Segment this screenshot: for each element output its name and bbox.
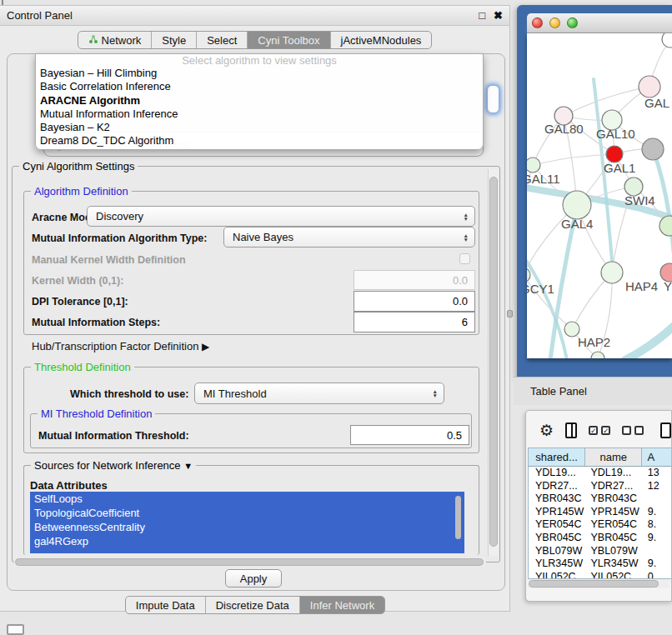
checked-box-icon: ✓ — [601, 426, 610, 435]
network-node-label: GAL11 — [527, 172, 560, 186]
tab-discretize-data[interactable]: Discretize Data — [206, 597, 300, 613]
network-node-gal1[interactable] — [606, 146, 623, 162]
network-edge-highlight — [625, 313, 672, 358]
mi-steps-field[interactable]: 6 — [354, 312, 475, 332]
tab-impute-data[interactable]: Impute Data — [126, 597, 206, 613]
deselect-all-icon[interactable] — [622, 426, 644, 435]
tab-jactivemnodules[interactable]: jActiveMNodules — [331, 32, 432, 48]
column-header-clipped[interactable]: A — [642, 448, 672, 466]
data-attributes-label: Data Attributes — [30, 479, 108, 492]
network-edge-highlight — [527, 250, 567, 358]
table-row[interactable]: YDR27...YDR27...12 — [529, 480, 672, 493]
network-node-gal4[interactable] — [563, 191, 591, 219]
settings-horizontal-scrollbar[interactable] — [14, 558, 486, 567]
unchecked-box-icon — [634, 426, 644, 435]
algorithm-option[interactable]: Basic Correlation Inference — [36, 80, 483, 93]
aracne-mode-value: Discovery — [96, 210, 143, 222]
table-row[interactable]: YIL052CYIL052C0. — [529, 571, 672, 579]
attribute-item[interactable]: BetweennessCentrality — [30, 520, 464, 534]
network-node-label: GAL10 — [596, 127, 635, 141]
table-cell: YBR043C — [585, 492, 642, 506]
kernel-width-field[interactable]: 0.0 — [354, 270, 475, 290]
top-tab-strip: NetworkStyleSelectCyni ToolboxjActiveMNo… — [0, 31, 509, 49]
document-icon[interactable] — [660, 422, 671, 438]
apply-button[interactable]: Apply — [225, 569, 282, 588]
mi-threshold-field[interactable]: 0.5 — [350, 425, 469, 445]
which-threshold-combo[interactable]: MI Threshold ▲▼ — [194, 382, 444, 404]
network-node[interactable] — [659, 216, 672, 236]
network-node-gal11[interactable] — [527, 158, 540, 172]
control-panel-title: Control Panel — [7, 9, 470, 22]
select-all-icon[interactable]: ✓ ✓ — [589, 426, 610, 435]
network-node-label: HAP2 — [578, 335, 610, 349]
data-attributes-list[interactable]: SelfLoopsTopologicalCoefficientBetweenne… — [30, 492, 464, 553]
table-row[interactable]: YPR145WYPR145W9. — [529, 506, 672, 519]
split-view-icon[interactable] — [565, 422, 577, 438]
table-hscroll-thumb[interactable] — [529, 580, 659, 588]
network-node-hap4[interactable] — [601, 262, 623, 283]
algorithm-option[interactable]: ARACNE Algorithm — [36, 94, 483, 108]
network-node[interactable] — [591, 352, 604, 358]
table-row[interactable]: YER054CYER054C8. — [529, 518, 672, 532]
unchecked-box-icon — [622, 426, 631, 435]
tab-infer-network[interactable]: Infer Network — [300, 597, 384, 613]
algorithm-option[interactable]: Bayesian – K2 — [36, 121, 483, 134]
tab-cyni-toolbox[interactable]: Cyni Toolbox — [248, 32, 330, 48]
minimize-window-icon[interactable] — [549, 18, 560, 28]
table-header-row: shared... name A — [529, 448, 672, 467]
network-node-label: SWI4 — [624, 193, 655, 208]
table-cell: YPR145W — [585, 506, 642, 519]
attributes-scrollbar-thumb[interactable] — [455, 496, 461, 539]
algorithm-option[interactable]: Mutual Information Inference — [36, 108, 483, 121]
mi-steps-label: Mutual Information Steps: — [32, 317, 160, 328]
table-body: YDL19...YDL19...13YDR27...YDR27...12YBR0… — [529, 467, 672, 579]
table-row[interactable]: YBR045CYBR045C9. — [529, 532, 672, 545]
table-row[interactable]: YBL079WYBL079W — [529, 545, 672, 558]
algorithm-option[interactable]: Dream8 DC_TDC Algorithm — [36, 134, 483, 148]
table-cell: YDL19... — [529, 467, 585, 480]
network-node[interactable] — [662, 33, 672, 48]
tab-network[interactable]: Network — [78, 32, 153, 48]
algorithm-option[interactable]: Bayesian – Hill Climbing — [36, 67, 483, 80]
column-header-shared-name[interactable]: shared... — [529, 448, 585, 466]
hub-definition-toggle[interactable]: Hub/Transcription Factor Definition ▶ — [32, 340, 209, 352]
aracne-mode-combo[interactable]: Discovery ▲▼ — [87, 206, 475, 227]
mi-type-value: Naive Bayes — [233, 231, 293, 243]
network-node-gcy1[interactable] — [527, 268, 530, 282]
mi-steps-value: 6 — [462, 316, 468, 328]
gear-icon[interactable]: ⚙ — [539, 422, 554, 438]
table-horizontal-scrollbar[interactable] — [528, 579, 669, 588]
table-row[interactable]: YDL19...YDL19...13 — [529, 467, 672, 480]
table-cell: YBR043C — [529, 492, 585, 506]
attribute-item[interactable]: SelfLoops — [30, 492, 464, 506]
sources-legend[interactable]: Sources for Network Inference ▼ — [31, 459, 196, 472]
network-node-label: GAL1 — [604, 161, 635, 175]
table-cell: 0. — [643, 571, 672, 579]
close-window-icon[interactable] — [532, 18, 543, 28]
tab-style[interactable]: Style — [152, 32, 197, 48]
panel-splitter-handle[interactable] — [507, 310, 513, 318]
table-cell: YDL19... — [585, 467, 642, 480]
tab-select[interactable]: Select — [197, 32, 248, 48]
column-header-name[interactable]: name — [585, 448, 642, 466]
settings-hscroll-thumb[interactable] — [15, 558, 484, 566]
attribute-item[interactable]: gal4RGexp — [30, 534, 464, 548]
network-canvas[interactable]: GALGAL80GAL10GAL1GAL11SWI4GAL4GCY1HAP4YH… — [527, 33, 672, 358]
table-row[interactable]: YLR345WYLR345W9. — [529, 558, 672, 571]
mi-type-combo[interactable]: Naive Bayes ▲▼ — [223, 227, 475, 248]
manual-kernel-checkbox[interactable] — [459, 253, 470, 264]
table-cell: 9. — [643, 532, 672, 545]
minimized-panel-icon[interactable] — [7, 624, 24, 635]
zoom-window-icon[interactable] — [567, 18, 578, 28]
attribute-item[interactable]: TopologicalCoefficient — [30, 506, 464, 520]
settings-vscroll-thumb[interactable] — [489, 177, 498, 547]
network-node-gal[interactable] — [639, 76, 660, 98]
float-panel-icon[interactable]: □ — [479, 9, 485, 22]
table-row[interactable]: YBR043CYBR043C — [529, 492, 672, 506]
network-node[interactable] — [642, 138, 664, 160]
table-cell: 12 — [643, 480, 672, 493]
close-panel-icon[interactable]: ✖ — [494, 9, 503, 22]
settings-vertical-scrollbar[interactable] — [488, 169, 499, 556]
hub-definition-label: Hub/Transcription Factor Definition — [32, 340, 198, 352]
dpi-tolerance-field[interactable]: 0.0 — [354, 291, 475, 312]
